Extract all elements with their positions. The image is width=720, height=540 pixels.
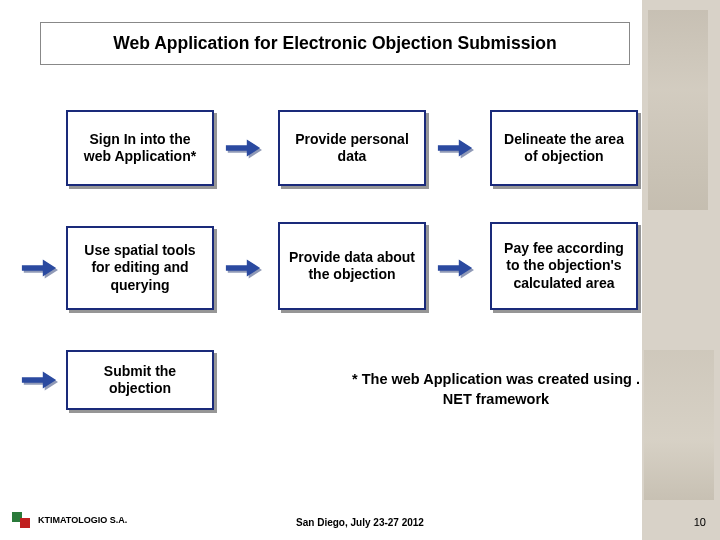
arrow-icon	[436, 136, 474, 160]
page-number: 10	[694, 516, 706, 528]
arrow-icon	[224, 136, 262, 160]
step-delineate-area: Delineate the area of objection	[490, 110, 638, 186]
arrow-icon	[224, 256, 262, 280]
arrow-icon	[20, 256, 58, 280]
step-spatial-tools: Use spatial tools for editing and queryi…	[66, 226, 214, 310]
footer-org-text: KTIMATOLOGIO S.A.	[38, 515, 127, 525]
step-sign-in: Sign In into the web Application*	[66, 110, 214, 186]
step-submit: Submit the objection	[66, 350, 214, 410]
step-pay-fee: Pay fee according to the objection's cal…	[490, 222, 638, 310]
footer-org: KTIMATOLOGIO S.A.	[12, 510, 127, 530]
slide-content: Web Application for Electronic Objection…	[0, 0, 720, 540]
footer-venue: San Diego, July 23-27 2012	[296, 517, 424, 528]
footnote: * The web Application was created using …	[336, 370, 656, 409]
arrow-icon	[436, 256, 474, 280]
logo-icon	[12, 510, 32, 530]
slide-title: Web Application for Electronic Objection…	[40, 22, 630, 65]
footnote-text: The web Application was created using . …	[358, 371, 640, 407]
arrow-icon	[20, 368, 58, 392]
step-personal-data: Provide personal data	[278, 110, 426, 186]
step-objection-data: Provide data about the objection	[278, 222, 426, 310]
